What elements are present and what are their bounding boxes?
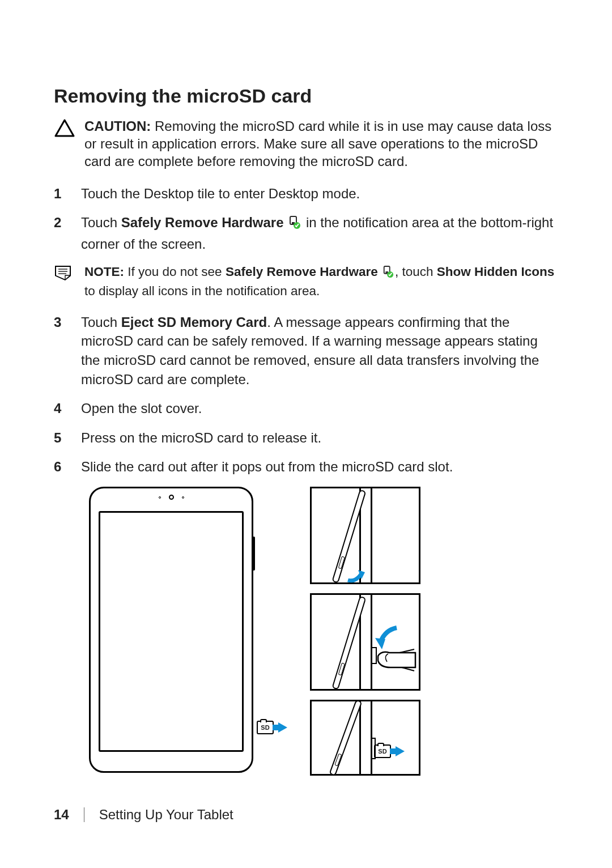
caution-icon (54, 117, 76, 138)
steps-list-a: Touch the Desktop tile to enter Desktop … (54, 184, 558, 254)
caution-callout: CAUTION: Removing the microSD card while… (54, 117, 558, 171)
step-6: Slide the card out after it pops out fro… (81, 457, 558, 476)
note-callout: NOTE: If you do not see Safely Remove Ha… (54, 263, 558, 299)
safely-remove-hardware-icon (382, 266, 394, 282)
step-4: Open the slot cover. (81, 399, 558, 418)
steps-list-b: Touch Eject SD Memory Card. A message ap… (54, 313, 558, 476)
note-text-2: , touch (395, 265, 437, 279)
sd-eject-indicator: SD (257, 721, 287, 734)
page-footer: 14 Setting Up Your Tablet (54, 807, 233, 823)
arrow-right-icon (396, 746, 405, 756)
caution-text: Removing the microSD card while it is in… (84, 118, 551, 169)
sd-chip-icon: SD (374, 744, 391, 758)
note-text-1: If you do not see (128, 265, 226, 279)
note-bold-1: Safely Remove Hardware (226, 265, 378, 279)
footer-section-title: Setting Up Your Tablet (99, 807, 233, 823)
step-2: Touch Safely Remove Hardware in the noti… (81, 213, 558, 253)
sd-chip-icon: SD (257, 721, 274, 734)
page-number: 14 (54, 807, 69, 823)
footer-divider (84, 807, 84, 822)
caution-label: CAUTION: (84, 118, 151, 134)
section-heading: Removing the microSD card (54, 85, 558, 107)
arrow-right-icon (278, 722, 287, 733)
open-cover-arrow-icon (345, 561, 367, 584)
step-3: Touch Eject SD Memory Card. A message ap… (81, 313, 558, 389)
finger-icon (377, 645, 416, 672)
note-bold-2: Show Hidden Icons (437, 265, 555, 279)
tablet-front-illustration (89, 487, 253, 773)
slide-card-out-illustration: SD (310, 700, 420, 776)
press-card-illustration (310, 593, 420, 691)
illustration-row: SD (89, 487, 558, 776)
slot-open-illustration (310, 487, 420, 584)
step-1: Touch the Desktop tile to enter Desktop … (81, 184, 558, 203)
safely-remove-hardware-icon (288, 215, 301, 235)
note-label: NOTE: (84, 265, 124, 279)
step-5: Press on the microSD card to release it. (81, 428, 558, 448)
note-text-3: to display all icons in the notification… (84, 284, 320, 298)
note-icon (54, 263, 76, 282)
